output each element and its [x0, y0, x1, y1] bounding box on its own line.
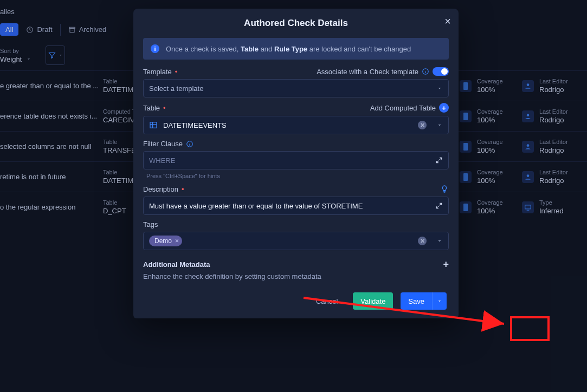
expand-icon[interactable] — [435, 156, 443, 164]
clear-icon[interactable]: ✕ — [418, 121, 427, 129]
description-input[interactable]: Must have a value greater than or equal … — [143, 197, 449, 215]
chevron-down-icon — [436, 122, 443, 128]
tag-chip[interactable]: Demo × — [149, 236, 182, 246]
save-button[interactable]: Save — [401, 292, 432, 310]
template-placeholder: Select a template — [149, 84, 203, 93]
template-select[interactable]: Select a template — [143, 79, 449, 97]
filter-label: Filter Clause — [143, 140, 183, 148]
expand-icon[interactable] — [435, 202, 443, 210]
description-label: Description — [143, 185, 178, 193]
additional-metadata-sub: Enhance the check definition by setting … — [143, 272, 449, 280]
required-indicator: • — [163, 104, 166, 112]
close-icon[interactable]: × — [444, 15, 451, 28]
tag-text: Demo — [154, 237, 172, 245]
info-icon[interactable] — [186, 140, 193, 148]
additional-metadata-header: Additional Metadata + — [143, 259, 449, 270]
cancel-button[interactable]: Cancel — [308, 292, 345, 310]
save-dropdown[interactable] — [432, 292, 447, 310]
modal-title: Authored Check Details — [244, 18, 348, 29]
filter-placeholder: WHERE — [149, 156, 175, 165]
chevron-down-icon — [436, 238, 443, 244]
description-value: Must have a value greater than or equal … — [149, 202, 363, 210]
add-metadata-button[interactable]: + — [443, 259, 449, 270]
required-indicator: • — [182, 185, 184, 193]
table-select[interactable]: DATETIMEEVENTS ✕ — [143, 116, 449, 134]
filter-hint: Press "Ctrl+Space" for hints — [146, 173, 449, 179]
template-label: Template — [143, 68, 172, 76]
chevron-down-icon — [436, 85, 443, 92]
tags-label: Tags — [143, 220, 158, 228]
authored-check-modal: Authored Check Details × i Once a check … — [133, 9, 459, 318]
lightbulb-icon[interactable] — [440, 185, 449, 193]
table-value: DATETIMEEVENTS — [163, 121, 227, 129]
clear-icon[interactable]: ✕ — [418, 237, 427, 245]
info-icon: i — [151, 44, 159, 53]
table-label: Table — [143, 104, 160, 112]
remove-tag-icon[interactable]: × — [175, 237, 179, 245]
info-banner: i Once a check is saved, Table and Rule … — [143, 38, 449, 60]
add-computed-label[interactable]: Add Computed Table — [370, 104, 436, 112]
info-text: Once a check is saved, Table and Rule Ty… — [166, 45, 411, 53]
info-icon[interactable] — [422, 68, 429, 75]
add-computed-button[interactable]: + — [439, 103, 449, 113]
table-icon — [149, 121, 158, 129]
required-indicator: • — [175, 68, 178, 76]
filter-input[interactable]: WHERE — [143, 151, 449, 169]
chevron-down-icon — [437, 298, 442, 304]
validate-button[interactable]: Validate — [353, 292, 393, 310]
svg-rect-9 — [150, 122, 157, 128]
modal-actions: Cancel Validate Save — [143, 292, 449, 310]
associate-toggle[interactable] — [433, 67, 449, 76]
tags-input[interactable]: Demo × ✕ — [143, 232, 449, 250]
associate-label: Associate with a Check template — [317, 68, 418, 76]
